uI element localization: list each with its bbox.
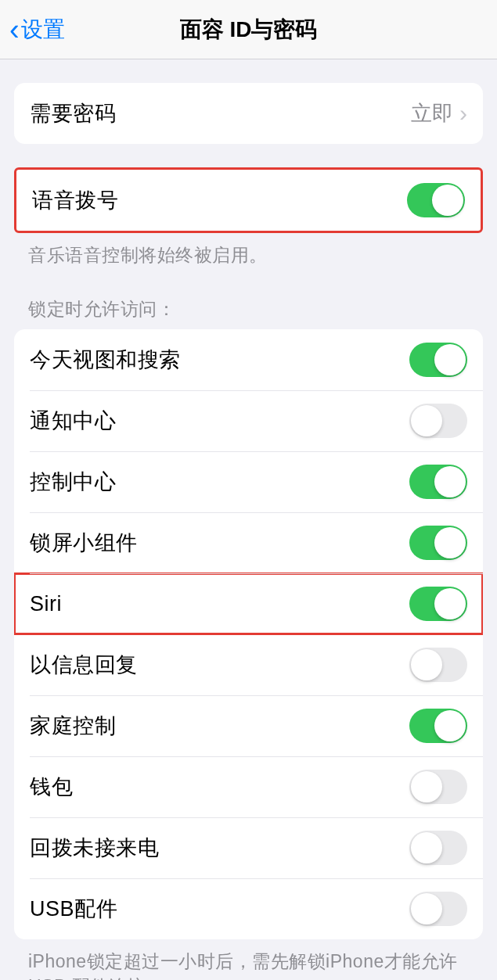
lock-access-group: 今天视图和搜索通知中心控制中心锁屏小组件Siri以信息回复家庭控制钱包回拨未接来… bbox=[14, 329, 483, 939]
toggle-knob bbox=[434, 588, 466, 619]
lock-access-label: 今天视图和搜索 bbox=[30, 346, 181, 374]
lock-access-row: USB配件 bbox=[14, 878, 483, 939]
lock-access-label: USB配件 bbox=[30, 895, 117, 923]
lock-access-row: 家庭控制 bbox=[14, 695, 483, 756]
toggle-knob bbox=[434, 710, 466, 741]
lock-access-toggle[interactable] bbox=[409, 526, 467, 560]
lock-access-row: 回拨未接来电 bbox=[14, 817, 483, 878]
lock-access-toggle[interactable] bbox=[409, 709, 467, 743]
lock-access-label: 钱包 bbox=[30, 773, 73, 801]
toggle-knob bbox=[411, 649, 442, 680]
lock-access-row: 以信息回复 bbox=[14, 634, 483, 695]
lock-access-label: 通知中心 bbox=[30, 407, 116, 435]
nav-header: ‹ 设置 面容 ID与密码 bbox=[0, 0, 497, 59]
require-passcode-row[interactable]: 需要密码 立即 › bbox=[14, 83, 483, 144]
lock-access-label: 控制中心 bbox=[30, 468, 116, 496]
lock-access-row: 今天视图和搜索 bbox=[14, 329, 483, 390]
lock-access-label: 锁屏小组件 bbox=[30, 529, 138, 557]
voice-dial-label: 语音拨号 bbox=[32, 186, 118, 214]
back-label: 设置 bbox=[21, 15, 65, 45]
toggle-knob bbox=[434, 344, 466, 375]
lock-access-row: Siri bbox=[14, 573, 483, 634]
lock-access-toggle[interactable] bbox=[409, 648, 467, 682]
toggle-knob bbox=[411, 771, 442, 802]
chevron-right-icon: › bbox=[459, 100, 467, 127]
toggle-knob bbox=[411, 832, 442, 863]
chevron-left-icon: ‹ bbox=[9, 15, 20, 45]
voice-dial-row: 语音拨号 bbox=[16, 170, 481, 231]
page-title: 面容 ID与密码 bbox=[0, 15, 497, 45]
toggle-knob bbox=[434, 527, 466, 558]
lock-access-row: 控制中心 bbox=[14, 451, 483, 512]
lock-access-row: 钱包 bbox=[14, 756, 483, 817]
lock-access-row: 通知中心 bbox=[14, 390, 483, 451]
voice-dial-group: 语音拨号 bbox=[14, 167, 483, 233]
toggle-knob bbox=[411, 405, 442, 436]
lock-access-toggle[interactable] bbox=[409, 343, 467, 377]
require-passcode-label: 需要密码 bbox=[30, 99, 116, 127]
require-passcode-value: 立即 bbox=[411, 99, 453, 127]
lock-access-label: 家庭控制 bbox=[30, 712, 116, 740]
lock-access-toggle[interactable] bbox=[409, 892, 467, 926]
require-passcode-group: 需要密码 立即 › bbox=[14, 83, 483, 144]
back-button[interactable]: ‹ 设置 bbox=[9, 15, 65, 45]
lock-access-row: 锁屏小组件 bbox=[14, 512, 483, 573]
lock-access-header: 锁定时允许访问： bbox=[0, 267, 497, 329]
lock-access-toggle[interactable] bbox=[409, 465, 467, 499]
lock-access-label: Siri bbox=[30, 592, 62, 616]
lock-access-footer: iPhone锁定超过一小时后，需先解锁iPhone才能允许USB 配件连接。 bbox=[0, 939, 497, 980]
lock-access-label: 以信息回复 bbox=[30, 651, 138, 679]
voice-dial-footer: 音乐语音控制将始终被启用。 bbox=[0, 233, 497, 267]
toggle-knob bbox=[434, 466, 466, 497]
lock-access-toggle[interactable] bbox=[409, 587, 467, 621]
lock-access-toggle[interactable] bbox=[409, 770, 467, 804]
lock-access-toggle[interactable] bbox=[409, 831, 467, 865]
lock-access-label: 回拨未接来电 bbox=[30, 834, 159, 862]
toggle-knob bbox=[411, 893, 442, 924]
lock-access-toggle[interactable] bbox=[409, 404, 467, 438]
toggle-knob bbox=[432, 185, 463, 216]
voice-dial-toggle[interactable] bbox=[407, 183, 465, 217]
